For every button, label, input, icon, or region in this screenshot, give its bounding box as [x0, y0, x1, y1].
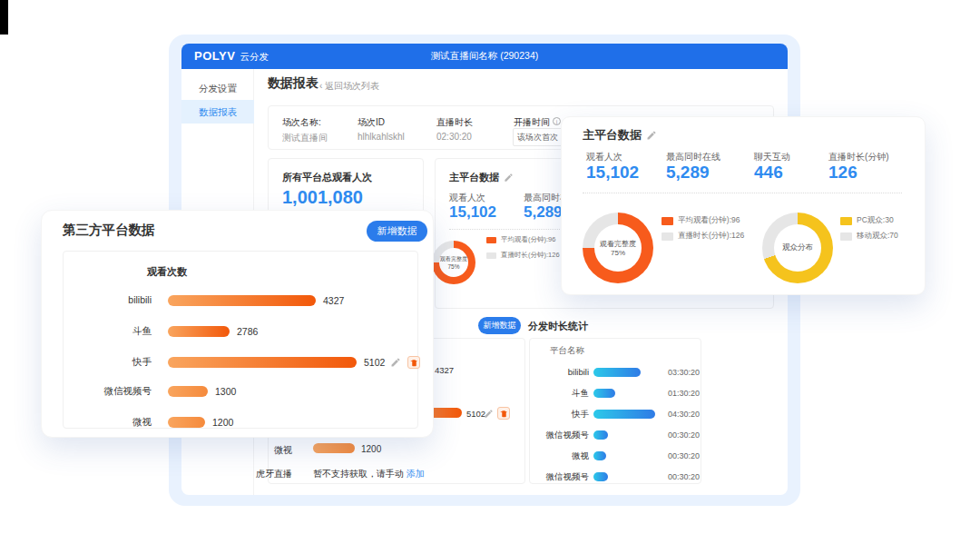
stat-label: 观看人次 — [586, 151, 622, 163]
duration-bar — [593, 472, 608, 481]
stat-value: 5,289 — [666, 163, 710, 183]
stat-label: 直播时长(分钟) — [828, 151, 889, 163]
bg-donut-center-value: 75% — [447, 263, 459, 270]
back-to-session-list-link[interactable]: ‹ 返回场次列表 — [319, 80, 379, 93]
info-icon[interactable]: i — [553, 117, 561, 125]
legend-label: PC观众:30 — [857, 215, 894, 226]
table-row-time: 03:30:20 — [650, 368, 700, 377]
delete-icon[interactable] — [497, 407, 510, 420]
main-platform-overlay-card: 主平台数据 观看人次 15,102 最高同时在线 5,289 聊天互动 446 … — [561, 116, 926, 295]
edit-icon[interactable] — [484, 409, 494, 419]
session-id-value: hlhlkahlskhl — [358, 132, 405, 142]
start-time-label: 开播时间i — [514, 116, 561, 129]
legend-item: 平均观看(分钟):96 — [662, 215, 740, 226]
bg-bar-value: 5102 — [466, 409, 485, 419]
legend-item: 平均观看(分钟):96 — [486, 235, 555, 244]
sidebar-item-distribution-settings[interactable]: 分发设置 — [181, 76, 254, 100]
stat-label: 聊天互动 — [754, 151, 790, 163]
app-header: POLYV 云分发 测试直播间名称 (290234) — [181, 44, 788, 69]
donut-center-label: 观看完整度 — [600, 239, 636, 249]
views-bar — [168, 326, 230, 337]
bar-row-value: 4327 — [323, 295, 344, 306]
legend-swatch-gray — [486, 252, 496, 259]
legend-swatch-orange — [662, 217, 673, 225]
bar-row-label: 微视 — [68, 416, 152, 429]
legend-label: 直播时长(分钟):126 — [678, 231, 744, 242]
views-chart-title: 观看次数 — [147, 265, 187, 279]
start-time-label-text: 开播时间 — [514, 117, 550, 127]
logo-suffix: 云分发 — [240, 51, 269, 64]
main-platform-bg-title-text: 主平台数据 — [449, 171, 499, 184]
table-row-label: 斗鱼 — [530, 388, 589, 400]
donut-center-label: 观众分布 — [782, 242, 813, 253]
bg-stat1-value: 15,102 — [449, 203, 496, 222]
stat-value: 15,102 — [586, 163, 639, 183]
stat-label: 最高同时在线 — [666, 151, 720, 163]
bg-stat1-label: 观看人次 — [449, 192, 485, 204]
session-name-label: 场次名称: — [282, 116, 321, 129]
table-row-time: 00:30:20 — [650, 451, 700, 460]
legend-swatch-gray — [662, 232, 673, 241]
bg-bar-value: 4327 — [435, 365, 454, 375]
session-name-value: 测试直播间 — [282, 132, 328, 144]
bar-row-value: 1300 — [215, 386, 236, 397]
duration-bar — [593, 389, 615, 398]
third-party-title: 第三方平台数据 — [63, 222, 155, 239]
edit-icon[interactable] — [646, 130, 657, 141]
screen-artifact — [0, 0, 8, 35]
session-id-label: 场次ID — [358, 116, 385, 129]
table-row-label: 快手 — [530, 409, 589, 420]
duration-bar — [593, 410, 655, 419]
unsupported-text-body: 暂不支持获取，请手动 — [313, 469, 404, 479]
duration-bar — [593, 430, 608, 440]
table-row-label: 微视 — [530, 450, 589, 462]
total-viewers-label: 所有平台总观看人次 — [282, 171, 372, 184]
table-row-label: 微信视频号 — [530, 430, 589, 441]
unsupported-text: 暂不支持获取，请手动 添加 — [313, 468, 425, 480]
add-manually-link[interactable]: 添加 — [407, 469, 425, 479]
main-platform-bg-title: 主平台数据 — [449, 171, 514, 184]
main-platform-title-text: 主平台数据 — [583, 127, 642, 143]
table-row-label: bilibili — [530, 367, 589, 377]
legend-label: 平均观看(分钟):96 — [678, 215, 740, 226]
edit-icon[interactable] — [390, 357, 401, 368]
duration-bar — [593, 451, 606, 460]
table-row-time: 01:30:20 — [650, 389, 700, 398]
bg-bar-value: 1200 — [361, 444, 381, 454]
screenshot-root: POLYV 云分发 测试直播间名称 (290234) 分发设置 数据报表 数据报… — [0, 0, 980, 544]
bar-row-label: 微信视频号 — [68, 385, 152, 398]
sidebar-item-data-report[interactable]: 数据报表 — [181, 100, 254, 124]
legend-swatch-orange — [486, 237, 496, 243]
distribution-duration-title: 分发时长统计 — [528, 320, 588, 333]
bar-row-value: 5102 — [364, 357, 385, 368]
third-party-overlay-card: 第三方平台数据 新增数据 观看次数 bilibili 4327 斗鱼 2786 … — [41, 210, 434, 438]
audience-donut: 观众分布 — [762, 213, 833, 283]
page-title: 数据报表 — [268, 75, 318, 92]
bar-row-value: 1200 — [212, 417, 233, 428]
table-row-time: 04:30:20 — [650, 410, 700, 419]
table-row-label: 微信视频号 — [530, 471, 589, 483]
views-chart-panel: 观看次数 bilibili 4327 斗鱼 2786 快手 5102 微信视频号… — [63, 251, 418, 429]
legend-label: 直播时长(分钟):126 — [501, 251, 560, 260]
polyv-logo: POLYV 云分发 — [194, 49, 269, 64]
legend-item: 直播时长(分钟):126 — [662, 231, 744, 242]
main-platform-title: 主平台数据 — [583, 127, 657, 143]
duration-table-card: 平台名称 bilibili 03:30:20 斗鱼 01:30:20 快手 04… — [529, 338, 701, 484]
legend-item: 移动观众:70 — [840, 231, 898, 242]
views-bar — [168, 357, 357, 368]
add-data-button[interactable]: 新增数据 — [367, 221, 427, 242]
bg-donut-center-label: 观看完整度 — [440, 255, 467, 263]
edit-icon[interactable] — [504, 173, 514, 183]
completion-donut-bg: 观看完整度 75% — [432, 241, 475, 284]
bg-stat2-value: 5,289 — [524, 203, 563, 222]
legend-swatch-yellow — [840, 217, 852, 225]
logo-text: POLYV — [194, 49, 235, 63]
live-duration-label: 直播时长 — [436, 116, 473, 129]
bar-row-label: 斗鱼 — [68, 325, 152, 338]
table-row-time: 00:30:20 — [650, 472, 700, 481]
legend-item: 直播时长(分钟):126 — [486, 251, 560, 260]
delete-icon[interactable] — [407, 356, 420, 369]
add-data-button-bg[interactable]: 新增数据 — [478, 317, 521, 334]
legend-item: PC观众:30 — [840, 215, 894, 226]
table-header: 平台名称 — [550, 345, 584, 357]
